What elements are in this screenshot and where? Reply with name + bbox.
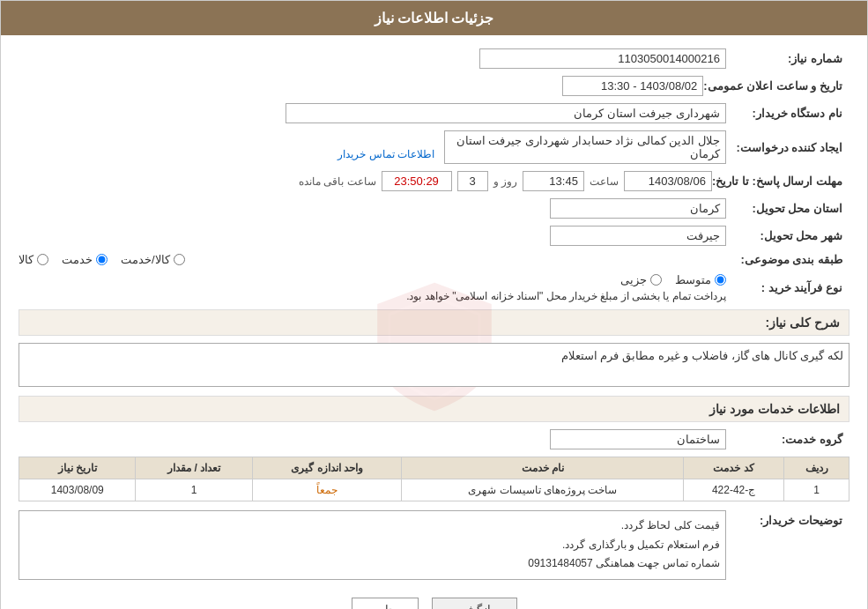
col-quantity: تعداد / مقدار bbox=[136, 457, 252, 479]
category-radio-khedmat[interactable] bbox=[96, 254, 108, 265]
cell-service-code: ج-42-422 bbox=[684, 479, 784, 501]
page-title: جزئیات اطلاعات نیاز bbox=[375, 11, 494, 26]
announcement-date-display: 1403/08/02 - 13:30 bbox=[562, 76, 703, 96]
need-number-label: شماره نیاز: bbox=[726, 52, 849, 65]
purchase-type-note: پرداخت تمام یا بخشی از مبلغ خریدار محل "… bbox=[286, 290, 726, 302]
cell-unit: جمعاً bbox=[252, 479, 402, 501]
need-desc-label: شرح کلی نیاز: bbox=[766, 316, 840, 330]
category-label: طبقه بندی موضوعی: bbox=[726, 253, 849, 266]
need-number-row: شماره نیاز: 1103050014000216 bbox=[19, 48, 849, 69]
deadline-day-label: روز و bbox=[493, 175, 517, 188]
province-label: استان محل تحویل: bbox=[726, 202, 849, 215]
purchase-type-radio-motavaset[interactable] bbox=[715, 274, 726, 286]
table-row: 1 ج-42-422 ساخت پروژه‌های تاسیسات شهری ج… bbox=[19, 479, 849, 501]
purchase-type-label-jozi: جزیی bbox=[620, 273, 647, 286]
service-table-body: 1 ج-42-422 ساخت پروژه‌های تاسیسات شهری ج… bbox=[19, 479, 849, 501]
category-label-kala-khedmat: کالا/خدمت bbox=[121, 253, 170, 266]
category-radio-kala-khedmat[interactable] bbox=[174, 254, 185, 265]
category-row: طبقه بندی موضوعی: کالا/خدمت خدمت کالا bbox=[19, 253, 849, 266]
purchase-type-label: نوع فرآیند خرید : bbox=[726, 281, 849, 294]
service-group-value: ساختمان bbox=[19, 429, 726, 449]
need-number-value: 1103050014000216 bbox=[19, 48, 726, 69]
print-button[interactable]: چاپ bbox=[352, 598, 419, 609]
deadline-days-display: 3 bbox=[457, 171, 488, 191]
col-date: تاریخ نیاز bbox=[19, 457, 136, 479]
category-option-kala-khedmat: کالا/خدمت bbox=[121, 253, 185, 266]
col-row-number: ردیف bbox=[784, 457, 849, 479]
cell-date: 1403/08/09 bbox=[19, 479, 136, 501]
service-table-header-row: ردیف کد خدمت نام خدمت واحد اندازه گیری ت… bbox=[19, 457, 849, 479]
announcement-date-row: تاریخ و ساعت اعلان عمومی: 1403/08/02 - 1… bbox=[19, 76, 849, 96]
deadline-time-label: ساعت bbox=[590, 175, 619, 188]
service-table-head: ردیف کد خدمت نام خدمت واحد اندازه گیری ت… bbox=[19, 457, 849, 479]
deadline-date-display: 1403/08/06 bbox=[624, 171, 712, 191]
col-unit: واحد اندازه گیری bbox=[252, 457, 402, 479]
category-label-khedmat: خدمت bbox=[62, 253, 93, 266]
back-button[interactable]: بازگشت bbox=[432, 598, 517, 609]
service-table: ردیف کد خدمت نام خدمت واحد اندازه گیری ت… bbox=[19, 457, 849, 501]
requester-row: ایجاد کننده درخواست: جلال الدین کمالی نژ… bbox=[19, 130, 849, 164]
service-group-label: گروه خدمت: bbox=[726, 433, 849, 446]
purchase-type-label-motavaset: متوسط bbox=[675, 273, 711, 286]
purchase-type-radio-jozi[interactable] bbox=[650, 274, 662, 286]
deadline-remaining-time-display: 23:50:29 bbox=[382, 171, 452, 191]
requester-label: ایجاد کننده درخواست: bbox=[726, 141, 849, 154]
buyer-notes-row: توضیحات خریدار: قیمت کلی لحاظ گردد. فرم … bbox=[19, 510, 849, 580]
city-value: جیرفت bbox=[19, 226, 726, 246]
deadline-time-display: 13:45 bbox=[523, 171, 584, 191]
need-number-display: 1103050014000216 bbox=[479, 48, 726, 69]
category-label-kala: کالا bbox=[19, 253, 33, 266]
buyer-org-display: شهرداری جیرفت استان کرمان bbox=[286, 103, 726, 123]
col-service-name: نام خدمت bbox=[402, 457, 684, 479]
deadline-row: مهلت ارسال پاسخ: تا تاریخ: 1403/08/06 سا… bbox=[19, 171, 849, 191]
need-desc-text: لکه گیری کانال های گاز، فاضلاب و غیره مط… bbox=[561, 349, 843, 362]
cell-service-name: ساخت پروژه‌های تاسیسات شهری bbox=[402, 479, 684, 501]
contact-link[interactable]: اطلاعات تماس خریدار bbox=[338, 148, 434, 160]
buyer-notes-box: قیمت کلی لحاظ گردد. فرم استعلام تکمیل و … bbox=[19, 510, 726, 580]
buyer-note-line-1: قیمت کلی لحاظ گردد. bbox=[25, 516, 720, 536]
announcement-date-value: 1403/08/02 - 13:30 bbox=[19, 76, 703, 96]
buyer-org-label: نام دستگاه خریدار: bbox=[726, 107, 849, 120]
deadline-remaining-label: ساعت باقی مانده bbox=[299, 175, 376, 188]
cell-row-number: 1 bbox=[784, 479, 849, 501]
buyer-org-value: شهرداری جیرفت استان کرمان bbox=[19, 103, 726, 123]
cell-quantity: 1 bbox=[136, 479, 252, 501]
deadline-value: 1403/08/06 ساعت 13:45 روز و 3 23:50:29 س… bbox=[19, 171, 712, 191]
services-section-title: اطلاعات خدمات مورد نیاز bbox=[709, 402, 840, 416]
category-option-khedmat: خدمت bbox=[62, 253, 108, 266]
purchase-type-option-jozi: جزیی bbox=[620, 273, 662, 286]
city-display: جیرفت bbox=[550, 226, 726, 246]
col-service-code: کد خدمت bbox=[684, 457, 784, 479]
deadline-label: مهلت ارسال پاسخ: تا تاریخ: bbox=[712, 175, 849, 188]
province-row: استان محل تحویل: کرمان bbox=[19, 198, 849, 219]
buyer-notes-label: توضیحات خریدار: bbox=[726, 510, 849, 527]
category-radio-group: کالا/خدمت خدمت کالا bbox=[19, 253, 726, 266]
content-area: شماره نیاز: 1103050014000216 تاریخ و ساع… bbox=[1, 35, 867, 609]
requester-value: جلال الدین کمالی نژاد حسابدار شهرداری جی… bbox=[19, 130, 726, 164]
category-value: کالا/خدمت خدمت کالا bbox=[19, 253, 726, 266]
action-buttons: بازگشت چاپ bbox=[19, 589, 849, 609]
province-display: کرمان bbox=[550, 198, 726, 219]
service-group-row: گروه خدمت: ساختمان bbox=[19, 429, 849, 449]
category-radio-kala[interactable] bbox=[37, 254, 48, 265]
requester-display: جلال الدین کمالی نژاد حسابدار شهرداری جی… bbox=[444, 130, 726, 164]
category-option-kala: کالا bbox=[19, 253, 48, 266]
service-group-display: ساختمان bbox=[550, 429, 726, 449]
deadline-group: 1403/08/06 ساعت 13:45 روز و 3 23:50:29 س… bbox=[19, 171, 712, 191]
city-label: شهر محل تحویل: bbox=[726, 229, 849, 242]
buyer-note-line-3: شماره تماس جهت هماهنگی 09131484057 bbox=[25, 554, 720, 574]
page-header: جزئیات اطلاعات نیاز bbox=[1, 1, 867, 35]
announcement-date-label: تاریخ و ساعت اعلان عمومی: bbox=[703, 79, 849, 93]
city-row: شهر محل تحویل: جیرفت bbox=[19, 226, 849, 246]
buyer-org-row: نام دستگاه خریدار: شهرداری جیرفت استان ک… bbox=[19, 103, 849, 123]
need-desc-box: لکه گیری کانال های گاز، فاضلاب و غیره مط… bbox=[19, 343, 849, 387]
page-container: جزئیات اطلاعات نیاز شماره نیاز: 11030500… bbox=[0, 0, 868, 609]
province-value: کرمان bbox=[19, 198, 726, 219]
purchase-type-option-motavaset: متوسط bbox=[675, 273, 726, 286]
need-desc-section: R شرح کلی نیاز: لکه گیری کانال های گاز، … bbox=[19, 309, 849, 387]
buyer-note-line-2: فرم استعلام تکمیل و بارگذاری گردد. bbox=[25, 536, 720, 555]
